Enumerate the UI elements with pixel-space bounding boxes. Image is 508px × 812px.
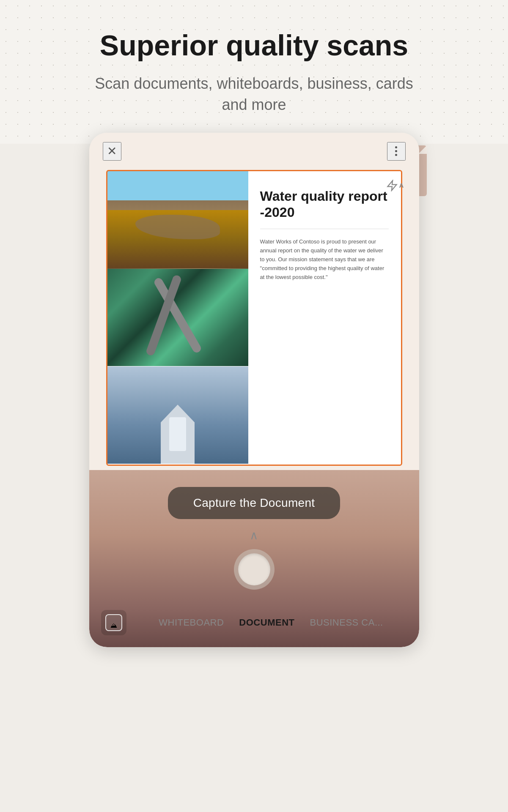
- page-title: Superior quality scans: [0, 30, 508, 61]
- document-body: Water Works of Contoso is proud to prese…: [260, 238, 389, 282]
- chevron-up-icon[interactable]: ∧: [250, 528, 258, 542]
- close-icon: ✕: [107, 144, 117, 158]
- shutter-button[interactable]: [234, 549, 275, 590]
- doc-image-highway: [107, 269, 248, 366]
- svg-marker-0: [387, 180, 396, 190]
- tab-business-card[interactable]: BUSINESS CA...: [302, 614, 390, 632]
- document-divider: [260, 229, 389, 229]
- flash-auto-icon[interactable]: A: [384, 175, 406, 196]
- bottom-navigation: WHITEBOARD DOCUMENT BUSINESS CA...: [89, 602, 419, 647]
- tab-whiteboard[interactable]: WHITEBOARD: [151, 614, 231, 632]
- tab-document[interactable]: DOCUMENT: [231, 614, 302, 632]
- more-dots-icon: [395, 146, 397, 156]
- more-options-button[interactable]: [387, 142, 406, 161]
- document-preview: Water quality report -2020 Water Works o…: [106, 170, 402, 466]
- scan-mode-tabs: WHITEBOARD DOCUMENT BUSINESS CA...: [135, 614, 407, 632]
- doc-image-landscape: [107, 171, 248, 269]
- doc-image-architecture: [107, 366, 248, 464]
- document-text-column: Water quality report -2020 Water Works o…: [248, 171, 401, 465]
- gallery-icon: [105, 614, 122, 631]
- document-images-column: [107, 171, 248, 465]
- page-subtitle: Scan documents, whiteboards, business, c…: [89, 73, 419, 116]
- document-title: Water quality report -2020: [260, 188, 389, 221]
- shutter-inner-circle: [238, 553, 270, 585]
- close-button[interactable]: ✕: [103, 142, 121, 161]
- capture-button[interactable]: Capture the Document: [168, 487, 340, 519]
- gallery-button[interactable]: [101, 610, 126, 635]
